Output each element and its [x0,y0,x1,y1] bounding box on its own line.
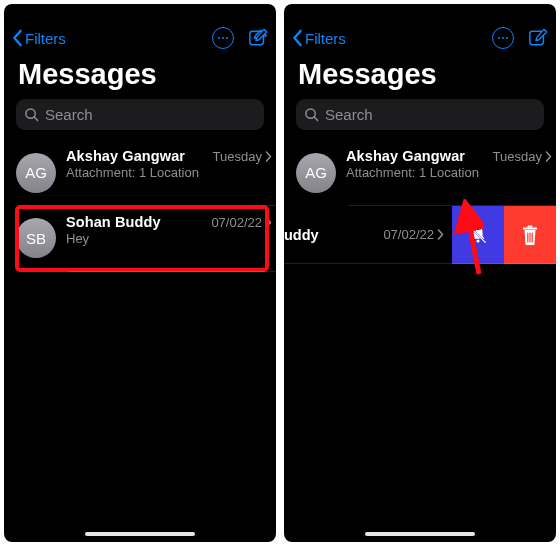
svg-rect-5 [523,227,537,229]
search-placeholder: Search [45,106,93,123]
avatar: SB [16,218,56,258]
chevron-left-icon [12,29,24,47]
timestamp: 07/02/22 [211,215,272,230]
page-title: Messages [4,58,276,99]
trash-icon [520,224,540,246]
nav-bar: Filters [4,18,276,58]
compose-icon [248,28,268,48]
avatar: AG [16,153,56,193]
message-preview: Attachment: 1 Location [346,165,552,198]
svg-rect-6 [528,225,533,227]
search-input[interactable]: Search [296,99,544,130]
page-title: Messages [284,58,556,99]
bell-slash-icon [467,224,489,246]
phone-left: Filters Messages Search [4,4,276,542]
conversations-list: AG Akshay Gangwar Tuesday Attachment: 1 … [4,140,276,271]
conversation-row[interactable]: AG Akshay Gangwar Tuesday Attachment: 1 … [4,140,276,206]
more-button[interactable] [492,27,514,49]
compose-icon [528,28,548,48]
back-button[interactable]: Filters [292,29,346,47]
search-input[interactable]: Search [16,99,264,130]
avatar: AG [296,153,336,193]
contact-name: Akshay Gangwar [346,148,465,164]
home-indicator[interactable] [365,532,475,536]
svg-rect-8 [529,232,530,242]
contact-name-partial: uddy [284,227,319,243]
message-preview: Hey [66,231,272,264]
swipe-mute-button[interactable] [452,206,504,264]
more-button[interactable] [212,27,234,49]
search-icon [304,107,319,122]
chevron-right-icon [265,217,272,228]
timestamp: 07/02/22 [383,227,444,242]
chevron-right-icon [265,151,272,162]
chevron-left-icon [292,29,304,47]
conversations-list: AG Akshay Gangwar Tuesday Attachment: 1 … [284,140,556,264]
compose-button[interactable] [248,28,268,48]
conversation-row-swiped[interactable]: uddy 07/02/22 [284,206,556,264]
svg-rect-7 [527,232,528,242]
contact-name: Akshay Gangwar [66,148,185,164]
swipe-delete-button[interactable] [504,206,556,264]
conversation-row[interactable]: SB Sohan Buddy 07/02/22 Hey [4,206,276,272]
ellipsis-icon [498,37,509,39]
timestamp: Tuesday [493,149,552,164]
status-bar [284,4,556,18]
back-button[interactable]: Filters [12,29,66,47]
search-placeholder: Search [325,106,373,123]
compose-button[interactable] [528,28,548,48]
chevron-right-icon [545,151,552,162]
nav-bar: Filters [284,18,556,58]
svg-rect-9 [532,232,533,242]
contact-name: Sohan Buddy [66,214,161,230]
ellipsis-icon [218,37,229,39]
home-indicator[interactable] [85,532,195,536]
timestamp: Tuesday [213,149,272,164]
back-label: Filters [25,30,66,47]
conversation-row[interactable]: AG Akshay Gangwar Tuesday Attachment: 1 … [284,140,556,206]
search-icon [24,107,39,122]
back-label: Filters [305,30,346,47]
phone-right: Filters Messages Search AG [284,4,556,542]
message-preview: Attachment: 1 Location [66,165,272,198]
chevron-right-icon [437,229,444,240]
svg-point-4 [476,239,479,242]
status-bar [4,4,276,18]
